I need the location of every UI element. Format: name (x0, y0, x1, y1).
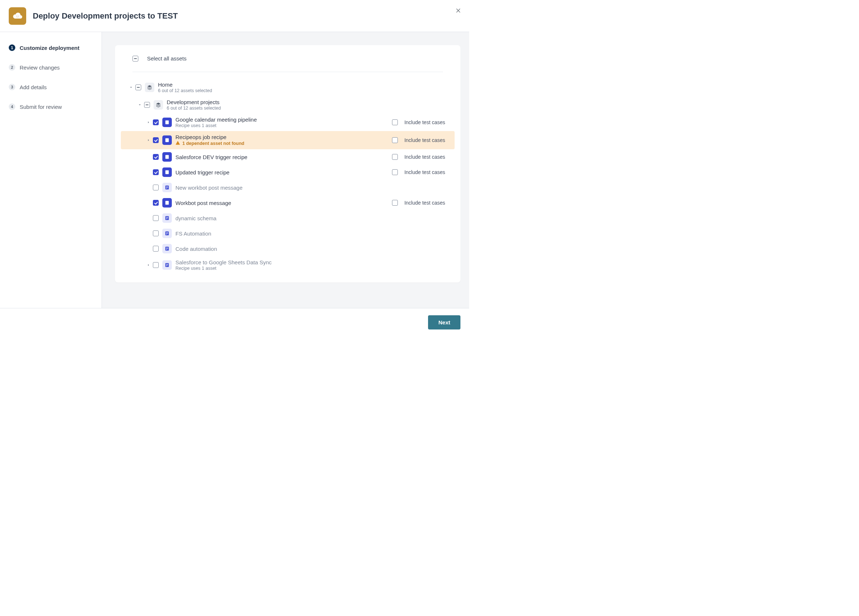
include-test-group: Include test cases (392, 200, 452, 206)
recipe-row: FS Automation (121, 226, 454, 241)
recipe-icon (162, 260, 172, 270)
step-label: Review changes (20, 64, 60, 70)
next-button[interactable]: Next (428, 315, 461, 330)
folder-title: Home (158, 81, 452, 88)
step-add-details[interactable]: 3 Add details (7, 80, 94, 94)
recipe-row: Updated trigger recipeInclude test cases (121, 164, 454, 180)
recipe-title: New workbot post message (175, 184, 452, 191)
close-icon (455, 8, 461, 14)
include-test-checkbox[interactable] (392, 119, 398, 125)
recipe-row: Salesforce DEV trigger recipeInclude tes… (121, 149, 454, 164)
recipe-icon (162, 167, 172, 177)
assets-card: Select all assets Home 6 out of 12 asset… (115, 45, 461, 283)
step-customize-deployment[interactable]: 1 Customize deployment (7, 41, 94, 55)
folder-title: Development projects (167, 99, 452, 105)
folder-row-home: Home 6 out of 12 assets selected (121, 79, 454, 96)
recipe-subtitle: Recipe uses 1 asset (175, 123, 392, 128)
recipe-icon (162, 213, 172, 223)
include-test-group: Include test cases (392, 169, 452, 175)
chevron-down-icon[interactable] (137, 102, 143, 108)
dialog-footer: Next (0, 308, 469, 336)
page-title: Deploy Development projects to TEST (33, 11, 178, 21)
include-test-label: Include test cases (405, 200, 445, 206)
step-submit-for-review[interactable]: 4 Submit for review (7, 100, 94, 114)
recipe-subtitle: Recipe uses 1 asset (175, 266, 452, 271)
recipe-row: Code automation (121, 241, 454, 256)
recipe-title: Salesforce to Google Sheets Data Sync (175, 259, 452, 266)
recipe-warning: 1 dependent asset not found (175, 141, 392, 146)
include-test-checkbox[interactable] (392, 169, 398, 175)
include-test-group: Include test cases (392, 154, 452, 160)
recipe-icon (162, 152, 172, 162)
step-number: 4 (9, 103, 15, 110)
recipe-checkbox[interactable] (153, 184, 159, 191)
recipe-title: Workbot post message (175, 200, 392, 206)
include-test-checkbox[interactable] (392, 137, 398, 143)
warning-icon (175, 141, 180, 146)
include-test-checkbox[interactable] (392, 200, 398, 206)
include-test-label: Include test cases (405, 169, 445, 175)
recipe-checkbox[interactable] (153, 262, 159, 268)
dialog-header: Deploy Development projects to TEST (0, 0, 469, 32)
chevron-right-icon[interactable] (145, 119, 151, 125)
recipe-title: FS Automation (175, 230, 452, 237)
folder-checkbox[interactable] (135, 84, 141, 90)
folder-subtitle: 6 out of 12 assets selected (158, 88, 452, 93)
recipe-icon (162, 244, 172, 253)
include-test-checkbox[interactable] (392, 154, 398, 160)
recipe-row: Google calendar meeting pipelineRecipe u… (121, 114, 454, 131)
recipe-row: New workbot post message (121, 180, 454, 195)
recipe-icon (162, 117, 172, 127)
select-all-checkbox[interactable] (133, 56, 138, 61)
chevron-right-icon[interactable] (145, 137, 151, 143)
recipe-title: Salesforce DEV trigger recipe (175, 154, 392, 160)
select-all-label: Select all assets (147, 55, 186, 61)
steps-sidebar: 1 Customize deployment 2 Review changes … (0, 32, 102, 308)
recipe-icon (162, 229, 172, 238)
recipe-checkbox[interactable] (153, 119, 159, 125)
step-number: 1 (9, 44, 15, 51)
recipe-title: Google calendar meeting pipeline (175, 117, 392, 123)
chevron-right-icon[interactable] (145, 262, 151, 268)
recipe-checkbox[interactable] (153, 154, 159, 160)
recipe-icon (162, 183, 172, 192)
step-label: Customize deployment (20, 45, 80, 51)
deploy-icon (9, 7, 26, 25)
recipe-checkbox[interactable] (153, 200, 159, 206)
folder-row-development-projects: Development projects 6 out of 12 assets … (121, 96, 454, 114)
include-test-group: Include test cases (392, 119, 452, 125)
recipe-title: Code automation (175, 246, 452, 252)
recipe-checkbox[interactable] (153, 246, 159, 252)
close-button[interactable] (454, 6, 462, 15)
recipe-checkbox[interactable] (153, 169, 159, 175)
step-label: Add details (20, 84, 47, 90)
recipe-checkbox[interactable] (153, 137, 159, 143)
divider (133, 72, 443, 72)
recipe-checkbox[interactable] (153, 215, 159, 221)
recipe-row: Workbot post messageInclude test cases (121, 195, 454, 210)
include-test-label: Include test cases (405, 154, 445, 160)
include-test-group: Include test cases (392, 137, 452, 143)
folder-checkbox[interactable] (144, 102, 150, 108)
select-all-row: Select all assets (133, 55, 443, 61)
step-review-changes[interactable]: 2 Review changes (7, 61, 94, 74)
step-number: 3 (9, 84, 15, 90)
step-label: Submit for review (20, 104, 62, 110)
recipe-icon (162, 135, 172, 145)
step-number: 2 (9, 64, 15, 70)
include-test-label: Include test cases (405, 119, 445, 125)
recipe-title: dynamic schema (175, 215, 452, 221)
folder-icon (145, 83, 154, 92)
main-panel: Select all assets Home 6 out of 12 asset… (102, 32, 469, 308)
recipe-row: Recipeops job recipe1 dependent asset no… (121, 131, 454, 149)
recipe-icon (162, 198, 172, 208)
chevron-down-icon[interactable] (128, 84, 134, 90)
folder-subtitle: 6 out of 12 assets selected (167, 106, 452, 111)
recipe-row: dynamic schema (121, 210, 454, 226)
recipe-title: Recipeops job recipe (175, 134, 392, 140)
recipe-title: Updated trigger recipe (175, 169, 392, 175)
recipe-row: Salesforce to Google Sheets Data SyncRec… (121, 256, 454, 274)
include-test-label: Include test cases (405, 137, 445, 143)
recipe-checkbox[interactable] (153, 230, 159, 236)
folder-icon (154, 100, 163, 109)
